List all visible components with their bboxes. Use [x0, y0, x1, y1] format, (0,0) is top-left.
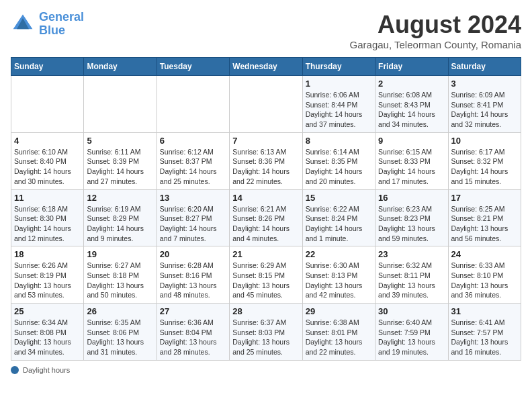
day-number: 20 — [160, 249, 226, 259]
day-number: 15 — [306, 193, 372, 203]
day-info: Sunrise: 6:41 AM Sunset: 7:57 PM Dayligh… — [451, 318, 518, 357]
calendar-cell: 11Sunrise: 6:18 AM Sunset: 8:30 PM Dayli… — [11, 189, 84, 246]
day-info: Sunrise: 6:19 AM Sunset: 8:29 PM Dayligh… — [87, 204, 153, 244]
day-number: 22 — [306, 249, 372, 259]
day-info: Sunrise: 6:40 AM Sunset: 7:59 PM Dayligh… — [378, 318, 445, 357]
day-number: 7 — [232, 136, 299, 146]
day-info: Sunrise: 6:08 AM Sunset: 8:43 PM Dayligh… — [378, 90, 445, 130]
day-info: Sunrise: 6:09 AM Sunset: 8:41 PM Dayligh… — [451, 90, 518, 130]
weekday-header-monday: Monday — [84, 58, 157, 76]
day-number: 4 — [14, 136, 81, 146]
day-info: Sunrise: 6:18 AM Sunset: 8:30 PM Dayligh… — [14, 204, 81, 244]
calendar-cell: 23Sunrise: 6:32 AM Sunset: 8:11 PM Dayli… — [375, 246, 448, 304]
calendar-cell: 24Sunrise: 6:33 AM Sunset: 8:10 PM Dayli… — [448, 246, 521, 304]
weekday-header-sunday: Sunday — [11, 58, 84, 76]
day-number: 13 — [160, 193, 226, 203]
day-info: Sunrise: 6:15 AM Sunset: 8:33 PM Dayligh… — [378, 147, 445, 187]
logo-icon — [11, 12, 35, 36]
weekday-header-thursday: Thursday — [302, 58, 375, 76]
day-info: Sunrise: 6:17 AM Sunset: 8:32 PM Dayligh… — [451, 147, 518, 187]
calendar-cell: 6Sunrise: 6:12 AM Sunset: 8:37 PM Daylig… — [157, 132, 229, 189]
calendar-week-1: 1Sunrise: 6:06 AM Sunset: 8:44 PM Daylig… — [11, 76, 521, 133]
weekday-header-saturday: Saturday — [448, 58, 521, 76]
calendar-cell: 5Sunrise: 6:11 AM Sunset: 8:39 PM Daylig… — [84, 132, 157, 189]
calendar-cell: 1Sunrise: 6:06 AM Sunset: 8:44 PM Daylig… — [302, 76, 375, 133]
day-number: 26 — [87, 306, 153, 316]
day-info: Sunrise: 6:38 AM Sunset: 8:01 PM Dayligh… — [306, 318, 372, 357]
calendar-cell: 4Sunrise: 6:10 AM Sunset: 8:40 PM Daylig… — [11, 132, 84, 189]
day-number: 12 — [87, 193, 153, 203]
day-number: 21 — [232, 249, 299, 259]
day-number: 2 — [378, 79, 445, 89]
calendar-cell: 13Sunrise: 6:20 AM Sunset: 8:27 PM Dayli… — [157, 189, 229, 246]
calendar-table: SundayMondayTuesdayWednesdayThursdayFrid… — [11, 57, 521, 361]
weekday-header-friday: Friday — [375, 58, 448, 76]
day-number: 17 — [451, 193, 518, 203]
calendar-cell — [84, 76, 157, 133]
calendar-cell — [157, 76, 229, 133]
daylight-dot — [11, 366, 19, 374]
day-info: Sunrise: 6:11 AM Sunset: 8:39 PM Dayligh… — [87, 147, 153, 187]
calendar-cell: 16Sunrise: 6:23 AM Sunset: 8:23 PM Dayli… — [375, 189, 448, 246]
calendar-cell: 2Sunrise: 6:08 AM Sunset: 8:43 PM Daylig… — [375, 76, 448, 133]
calendar-cell: 12Sunrise: 6:19 AM Sunset: 8:29 PM Dayli… — [84, 189, 157, 246]
logo: General Blue — [11, 11, 84, 38]
calendar-cell: 14Sunrise: 6:21 AM Sunset: 8:26 PM Dayli… — [230, 189, 302, 246]
day-info: Sunrise: 6:21 AM Sunset: 8:26 PM Dayligh… — [232, 204, 299, 244]
day-number: 10 — [451, 136, 518, 146]
calendar-cell: 10Sunrise: 6:17 AM Sunset: 8:32 PM Dayli… — [448, 132, 521, 189]
day-number: 30 — [378, 306, 445, 316]
calendar-cell: 7Sunrise: 6:13 AM Sunset: 8:36 PM Daylig… — [230, 132, 302, 189]
calendar-cell — [230, 76, 302, 133]
calendar-cell: 15Sunrise: 6:22 AM Sunset: 8:24 PM Dayli… — [302, 189, 375, 246]
page-header: General Blue August 2024 Garagau, Teleor… — [11, 11, 521, 50]
day-info: Sunrise: 6:32 AM Sunset: 8:11 PM Dayligh… — [378, 261, 445, 300]
day-info: Sunrise: 6:10 AM Sunset: 8:40 PM Dayligh… — [14, 147, 81, 187]
day-number: 24 — [451, 249, 518, 259]
day-info: Sunrise: 6:14 AM Sunset: 8:35 PM Dayligh… — [306, 147, 372, 187]
logo-line1: General — [39, 10, 84, 24]
day-info: Sunrise: 6:29 AM Sunset: 8:15 PM Dayligh… — [232, 261, 299, 300]
calendar-cell: 17Sunrise: 6:25 AM Sunset: 8:21 PM Dayli… — [448, 189, 521, 246]
calendar-cell: 25Sunrise: 6:34 AM Sunset: 8:08 PM Dayli… — [11, 304, 84, 361]
day-number: 8 — [306, 136, 372, 146]
day-number: 29 — [306, 306, 372, 316]
daylight-label: Daylight hours — [23, 366, 70, 374]
day-number: 3 — [451, 79, 518, 89]
calendar-cell: 19Sunrise: 6:27 AM Sunset: 8:18 PM Dayli… — [84, 246, 157, 304]
subtitle: Garagau, Teleorman County, Romania — [350, 39, 521, 50]
day-info: Sunrise: 6:23 AM Sunset: 8:23 PM Dayligh… — [378, 204, 445, 244]
day-info: Sunrise: 6:20 AM Sunset: 8:27 PM Dayligh… — [160, 204, 226, 244]
day-info: Sunrise: 6:25 AM Sunset: 8:21 PM Dayligh… — [451, 204, 518, 244]
calendar-week-4: 18Sunrise: 6:26 AM Sunset: 8:19 PM Dayli… — [11, 246, 521, 304]
weekday-header-tuesday: Tuesday — [157, 58, 229, 76]
weekday-header-row: SundayMondayTuesdayWednesdayThursdayFrid… — [11, 58, 521, 76]
calendar-week-2: 4Sunrise: 6:10 AM Sunset: 8:40 PM Daylig… — [11, 132, 521, 189]
logo-line2: Blue — [39, 24, 65, 37]
day-number: 27 — [160, 306, 226, 316]
day-number: 6 — [160, 136, 226, 146]
day-info: Sunrise: 6:12 AM Sunset: 8:37 PM Dayligh… — [160, 147, 226, 187]
day-number: 1 — [306, 79, 372, 89]
title-block: August 2024 Garagau, Teleorman County, R… — [350, 11, 521, 50]
calendar-cell: 3Sunrise: 6:09 AM Sunset: 8:41 PM Daylig… — [448, 76, 521, 133]
day-info: Sunrise: 6:36 AM Sunset: 8:04 PM Dayligh… — [160, 318, 226, 357]
day-info: Sunrise: 6:13 AM Sunset: 8:36 PM Dayligh… — [232, 147, 299, 187]
day-info: Sunrise: 6:34 AM Sunset: 8:08 PM Dayligh… — [14, 318, 81, 357]
day-info: Sunrise: 6:30 AM Sunset: 8:13 PM Dayligh… — [306, 261, 372, 300]
weekday-header-wednesday: Wednesday — [230, 58, 302, 76]
day-number: 23 — [378, 249, 445, 259]
day-info: Sunrise: 6:22 AM Sunset: 8:24 PM Dayligh… — [306, 204, 372, 244]
day-number: 25 — [14, 306, 81, 316]
calendar-cell: 8Sunrise: 6:14 AM Sunset: 8:35 PM Daylig… — [302, 132, 375, 189]
day-info: Sunrise: 6:26 AM Sunset: 8:19 PM Dayligh… — [14, 261, 81, 300]
calendar-header: SundayMondayTuesdayWednesdayThursdayFrid… — [11, 58, 521, 76]
logo-text: General Blue — [39, 11, 84, 38]
day-number: 31 — [451, 306, 518, 316]
day-info: Sunrise: 6:06 AM Sunset: 8:44 PM Dayligh… — [306, 90, 372, 130]
day-info: Sunrise: 6:28 AM Sunset: 8:16 PM Dayligh… — [160, 261, 226, 300]
day-number: 5 — [87, 136, 153, 146]
calendar-cell: 18Sunrise: 6:26 AM Sunset: 8:19 PM Dayli… — [11, 246, 84, 304]
calendar-cell: 21Sunrise: 6:29 AM Sunset: 8:15 PM Dayli… — [230, 246, 302, 304]
calendar-body: 1Sunrise: 6:06 AM Sunset: 8:44 PM Daylig… — [11, 76, 521, 361]
